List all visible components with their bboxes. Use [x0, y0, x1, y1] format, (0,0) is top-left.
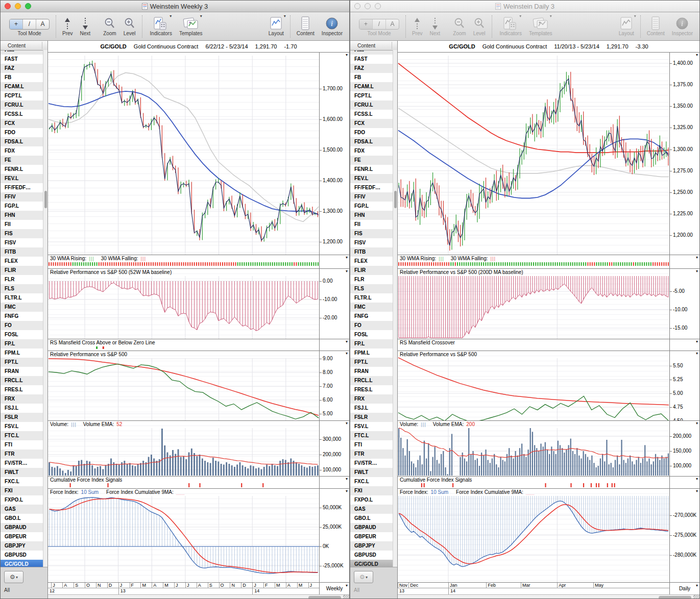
layout-button[interactable]: ▾ Layout — [269, 14, 284, 36]
sidebar-item-fo[interactable]: FO — [350, 321, 393, 330]
sidebar-item-fslr[interactable]: FSLR — [1, 413, 43, 422]
panel-menu-icon[interactable]: ▾ — [696, 477, 698, 482]
sidebar-item-gbpaud[interactable]: GBPAUD — [350, 523, 393, 532]
sidebar-item-fenr-l[interactable]: FENR.L — [350, 165, 393, 174]
volume-plot[interactable]: Volume:|||Volume EMA:200 — [398, 421, 669, 476]
zoom-button[interactable] — [25, 3, 31, 9]
sidebar-item-fxc-l[interactable]: FXC.L — [350, 477, 393, 486]
sidebar-item-fev-l[interactable]: FEV.L — [1, 174, 43, 183]
sidebar-item-gbpusd[interactable]: GBPUSD — [350, 551, 393, 560]
sidebar-item-flr[interactable]: FLR — [1, 275, 43, 284]
zoom-level-button[interactable]: Level — [473, 14, 486, 36]
sidebar-item-frcl-l[interactable]: FRCL.L — [350, 376, 393, 385]
wma-strip-plot[interactable]: 30 WMA Rising:|||30 WMA Falling:||| — [398, 255, 669, 268]
sidebar-item-fxi[interactable]: FXI — [350, 486, 393, 495]
timeframe-selector[interactable]: Weekly▾ — [319, 583, 349, 594]
sidebar-scrollbar[interactable] — [43, 50, 47, 567]
scrollbar-thumb[interactable] — [394, 191, 397, 208]
templates-button[interactable]: ▾ Templates — [179, 14, 203, 36]
panel-menu-icon[interactable]: ▾ — [696, 421, 698, 426]
panel-menu-icon[interactable]: ▾ — [346, 339, 348, 344]
resize-grip[interactable] — [693, 595, 699, 599]
volume-plot[interactable]: Volume:|||Volume EMA:52 — [48, 421, 319, 476]
panel-menu-icon[interactable]: ▾ — [346, 53, 348, 58]
sidebar-item-fcam-l[interactable]: FCAM.L — [350, 82, 393, 91]
sidebar-item-fdo[interactable]: FDO — [350, 128, 393, 137]
sidebar-item-frx[interactable]: FRX — [1, 394, 43, 404]
action-gear-button[interactable]: ⚙▾ — [354, 571, 373, 583]
sidebar-item-fmc[interactable]: FMC — [350, 303, 393, 312]
sidebar-item-gbo-l[interactable]: GBO.L — [1, 514, 43, 523]
mansfield-plot[interactable]: RS Mansfield Crossover — [398, 339, 669, 351]
prev-button[interactable]: Prev — [62, 14, 73, 36]
sidebar-item-fdsa-l[interactable]: FDSA.L — [1, 137, 43, 146]
sidebar-item-fdx[interactable]: FDX — [350, 146, 393, 156]
sidebar-item-fv-5tr-[interactable]: FV/5TR… — [350, 459, 393, 468]
sidebar-item-flir[interactable]: FLIR — [1, 266, 43, 275]
sidebar-item-fitb[interactable]: FITB — [1, 247, 43, 257]
cfi-plot[interactable]: Cumulative Force Index Signals — [48, 477, 319, 488]
sidebar-item-fmc[interactable]: FMC — [1, 303, 43, 312]
wma-strip-plot[interactable]: 30 WMA Rising:|||30 WMA Falling:||| — [48, 255, 319, 268]
sidebar-item-fran[interactable]: FRAN — [350, 367, 393, 376]
next-button[interactable]: Next — [430, 14, 441, 36]
sidebar-item-fltr-l[interactable]: FLTR.L — [350, 293, 393, 303]
crosshair-tool-button[interactable]: + — [10, 19, 23, 29]
sidebar-item-ffiv[interactable]: FFIV — [1, 192, 43, 202]
force-index-plot[interactable]: Force Index:10 SumForce Index Cumulative… — [398, 489, 669, 582]
sidebar-item-fdsa-l[interactable]: FDSA.L — [350, 137, 393, 146]
sidebar-item-fls[interactable]: FLS — [1, 284, 43, 293]
sidebar-item-fisv[interactable]: FISV — [1, 238, 43, 247]
horizontal-scrollbar[interactable] — [48, 594, 349, 599]
sidebar-header[interactable]: Content — [350, 41, 397, 51]
sidebar-item-fosl[interactable]: FOSL — [350, 330, 393, 339]
sidebar-item-flex[interactable]: FLEX — [350, 257, 393, 266]
titlebar[interactable]: Weinstein Daily 3 — [350, 1, 699, 12]
sidebar-item-gbpeur[interactable]: GBPEUR — [1, 532, 43, 541]
sidebar-item-fcx[interactable]: FCX — [350, 119, 393, 128]
sidebar-item-fsj-l[interactable]: FSJ.L — [1, 404, 43, 413]
inspector-button[interactable]: i Inspector — [322, 14, 343, 36]
sidebar-item-fp-l[interactable]: FP.L — [1, 339, 43, 348]
sidebar-item-fcpt-l[interactable]: FCPT.L — [350, 91, 393, 101]
force-index-plot[interactable]: Force Index:10 SumForce Index Cumulative… — [48, 489, 319, 582]
sidebar-item-fo[interactable]: FO — [1, 321, 43, 330]
sidebar-item-fran[interactable]: FRAN — [1, 367, 43, 376]
lines-plot[interactable]: Relative Performance vs S&P 500 — [48, 351, 319, 420]
sidebar-item-fitb[interactable]: FITB — [350, 247, 393, 257]
sidebar-item-ff-fedf-[interactable]: FF/FEDF… — [1, 183, 43, 192]
sidebar-item-gbo-l[interactable]: GBO.L — [350, 514, 393, 523]
sidebar-item-fpt-l[interactable]: FPT.L — [350, 358, 393, 367]
sidebar-item-fres-l[interactable]: FRES.L — [1, 385, 43, 394]
sidebar-item-fls[interactable]: FLS — [350, 284, 393, 293]
sidebar-item-fti[interactable]: FTI — [1, 440, 43, 450]
sidebar-header[interactable]: Content — [1, 41, 47, 51]
tool-mode-control[interactable]: +/A Tool Mode — [9, 14, 50, 36]
next-button[interactable]: Next — [80, 14, 91, 36]
sidebar-item-fb[interactable]: FB — [1, 73, 43, 82]
sidebar-item-flex[interactable]: FLEX — [1, 257, 43, 266]
sidebar-item-fis[interactable]: FIS — [1, 229, 43, 238]
panel-menu-icon[interactable]: ▾ — [346, 489, 348, 494]
sidebar-item-f-mi[interactable]: F.MI — [1, 51, 43, 55]
sidebar-item-fis[interactable]: FIS — [350, 229, 393, 238]
layout-button[interactable]: ▾ Layout — [619, 14, 634, 36]
close-button[interactable] — [5, 3, 11, 9]
inspector-button[interactable]: i Inspector — [672, 14, 693, 36]
prev-button[interactable]: Prev — [412, 14, 423, 36]
sidebar-item-fcpt-l[interactable]: FCPT.L — [1, 91, 43, 101]
sidebar-item-fpt-l[interactable]: FPT.L — [1, 358, 43, 367]
sidebar-item-fpm-l[interactable]: FPM.L — [1, 348, 43, 358]
sidebar-item-fwlt[interactable]: FWLT — [350, 468, 393, 477]
indicators-button[interactable]: ▾ Indicators — [150, 14, 172, 36]
sidebar-item-fcss-l[interactable]: FCSS.L — [350, 110, 393, 119]
sidebar-item-ftc-l[interactable]: FTC.L — [1, 431, 43, 440]
sidebar-item-fcss-l[interactable]: FCSS.L — [1, 110, 43, 119]
sidebar-item-gbpeur[interactable]: GBPEUR — [350, 532, 393, 541]
panel-menu-icon[interactable]: ▾ — [696, 269, 698, 274]
sidebar-item-fsj-l[interactable]: FSJ.L — [350, 404, 393, 413]
sidebar-scrollbar[interactable] — [393, 50, 397, 567]
crosshair-tool-button[interactable]: + — [359, 19, 373, 29]
sidebar-item-fast[interactable]: FAST — [350, 55, 393, 64]
sidebar-item-flir[interactable]: FLIR — [350, 266, 393, 275]
